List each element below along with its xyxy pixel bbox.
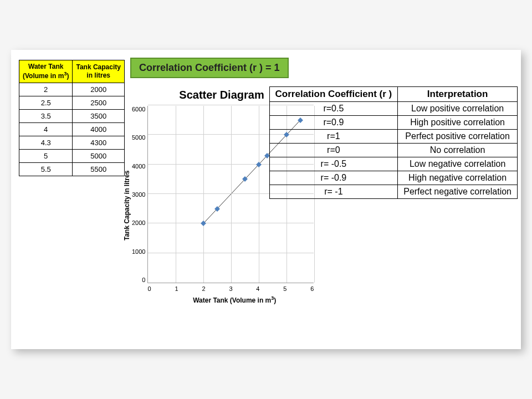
table-row: r=0.5Low positive correlation — [269, 102, 517, 116]
table-row: r= -1Perfect negative correlation — [269, 185, 517, 199]
data-point — [201, 221, 207, 226]
data-table-header-capacity: Tank Capacityin litres — [73, 60, 124, 83]
table-row: 55000 — [19, 150, 125, 163]
interpretation-table: Correlation Coefficient (r ) Interpretat… — [269, 86, 518, 199]
data-point — [257, 162, 262, 167]
table-row: 44000 — [19, 123, 125, 136]
main-panel: Water Tank(Volume in m3) Tank Capacityin… — [11, 50, 521, 349]
data-table-header-volume: Water Tank(Volume in m3) — [19, 60, 73, 83]
table-row: 3.53500 — [19, 110, 125, 123]
chart-yaxis: 6000500040003000200010000 — [132, 106, 147, 283]
correlation-coefficient-box: Correlation Coefficient (r ) = 1 — [130, 58, 289, 78]
chart-xlabel: Water Tank (Volume in m3) — [147, 295, 321, 304]
interp-header-text: Interpretation — [398, 87, 518, 102]
table-row: r= -0.5Low negative correlation — [269, 157, 517, 171]
table-row: r=1Perfect positive correlation — [269, 130, 517, 144]
table-row: 5.55500 — [19, 163, 125, 176]
data-table: Water Tank(Volume in m3) Tank Capacityin… — [19, 60, 125, 176]
table-row: 2.52500 — [19, 96, 125, 110]
chart-xaxis: 0123456 — [147, 285, 314, 292]
table-row: 22000 — [19, 83, 125, 96]
interp-header-coef: Correlation Coefficient (r ) — [269, 87, 398, 102]
table-row: 4.34300 — [19, 136, 125, 150]
table-row: r=0.9High positive correlation — [269, 116, 517, 130]
data-point — [215, 206, 221, 212]
chart-ylabel: Tank Capacity in litres — [122, 106, 132, 305]
table-row: r= -0.9High negative correlation — [269, 171, 517, 185]
table-row: r=0No correlation — [269, 144, 517, 157]
data-point — [243, 176, 248, 182]
